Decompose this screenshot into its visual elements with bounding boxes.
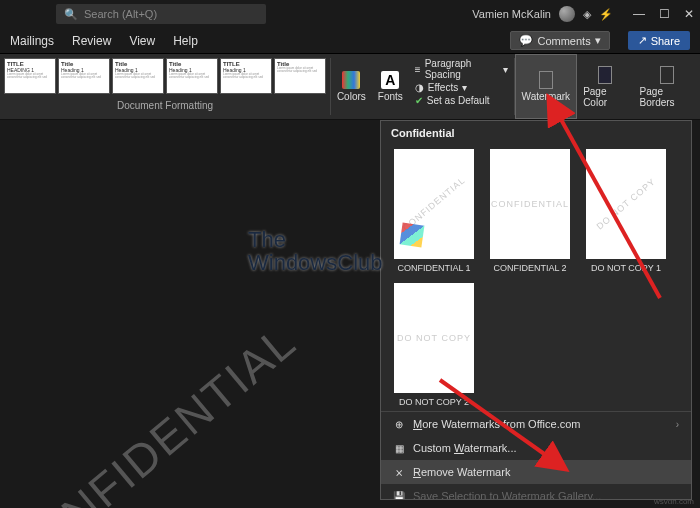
para-spacing-icon: ≡ [415, 64, 421, 75]
globe-icon: ⊕ [393, 418, 405, 430]
maximize-button[interactable]: ☐ [659, 7, 670, 21]
ribbon: TITLEHEADING 1Lorem ipsum dolor sit amet… [0, 54, 700, 120]
bolt-icon[interactable]: ⚡ [599, 8, 613, 21]
fonts-label: Fonts [378, 91, 403, 102]
tab-help[interactable]: Help [173, 34, 198, 48]
fonts-button[interactable]: A Fonts [372, 54, 409, 119]
page-borders-label: Page Borders [640, 86, 694, 108]
remove-icon: ⨯ [393, 466, 405, 478]
user-area[interactable]: Vamien McKalin ◈ ⚡ — ☐ ✕ [472, 6, 694, 22]
effects-icon: ◑ [415, 82, 424, 93]
close-button[interactable]: ✕ [684, 7, 694, 21]
style-thumb[interactable]: TITLEHeading 1Lorem ipsum dolor sit amet… [220, 58, 272, 94]
page-borders-icon [660, 66, 674, 84]
logo-square-icon [399, 223, 424, 248]
watermark-flyout: Confidential CONFIDENTIALCONFIDENTIAL 1C… [380, 120, 692, 500]
ribbon-tabs: Mailings Review View Help 💬 Comments ▾ ↗… [0, 28, 700, 54]
document-watermark: CONFIDENTIAL [0, 314, 306, 508]
document-canvas[interactable]: CONFIDENTIAL [0, 120, 380, 508]
chevron-right-icon: › [676, 419, 679, 430]
watermark-label: Watermark [522, 91, 571, 102]
tab-review[interactable]: Review [72, 34, 111, 48]
style-gallery[interactable]: TITLEHEADING 1Lorem ipsum dolor sit amet… [0, 54, 330, 119]
save-icon: 💾 [393, 490, 405, 500]
tab-view[interactable]: View [129, 34, 155, 48]
style-thumb[interactable]: TitleHeading 1Lorem ipsum dolor sit amet… [58, 58, 110, 94]
style-thumb[interactable]: TitleLorem ipsum dolor sit amet consecte… [274, 58, 326, 94]
more-watermarks-item[interactable]: ⊕ More Watermarks from Office.com › [381, 412, 691, 436]
title-bar: 🔍 Search (Alt+Q) Vamien McKalin ◈ ⚡ — ☐ … [0, 0, 700, 28]
chevron-down-icon: ▾ [503, 64, 508, 75]
group-label-doc-formatting: Document Formatting [4, 100, 326, 111]
watermark-button[interactable]: Watermark [515, 54, 578, 119]
style-thumb[interactable]: TITLEHEADING 1Lorem ipsum dolor sit amet… [4, 58, 56, 94]
minimize-button[interactable]: — [633, 7, 645, 21]
colors-icon [342, 71, 360, 89]
fonts-icon: A [381, 71, 399, 89]
watermark-icon [539, 71, 553, 89]
custom-icon: ▦ [393, 442, 405, 454]
search-placeholder: Search (Alt+Q) [84, 8, 157, 20]
colors-label: Colors [337, 91, 366, 102]
watermark-preset[interactable]: CONFIDENTIALCONFIDENTIAL 1 [391, 149, 477, 273]
watermark-preset[interactable]: DO NOT COPYDO NOT COPY 2 [391, 283, 477, 407]
chevron-down-icon: ▾ [462, 82, 467, 93]
share-label: Share [651, 35, 680, 47]
effects-button[interactable]: ◑Effects ▾ [415, 82, 508, 93]
page-borders-button[interactable]: Page Borders [634, 54, 700, 119]
save-selection-item: 💾 Save Selection to Watermark Gallery... [381, 484, 691, 500]
watermark-preset[interactable]: CONFIDENTIALCONFIDENTIAL 2 [487, 149, 573, 273]
tab-mailings[interactable]: Mailings [10, 34, 54, 48]
page-color-label: Page Color [583, 86, 627, 108]
flyout-section-header: Confidential [381, 121, 691, 145]
share-icon: ↗ [638, 34, 647, 47]
search-input[interactable]: 🔍 Search (Alt+Q) [56, 4, 266, 24]
paragraph-group: ≡Paragraph Spacing ▾ ◑Effects ▾ ✔Set as … [409, 54, 514, 119]
comment-icon: 💬 [519, 34, 533, 47]
username-label: Vamien McKalin [472, 8, 551, 20]
paragraph-spacing-button[interactable]: ≡Paragraph Spacing ▾ [415, 58, 508, 80]
remove-watermark-item[interactable]: ⨯ Remove Watermark [381, 460, 691, 484]
overlay-logo: The WindowsClub [248, 228, 383, 274]
chevron-down-icon: ▾ [595, 34, 601, 47]
comments-button[interactable]: 💬 Comments ▾ [510, 31, 609, 50]
page-color-icon [598, 66, 612, 84]
diamond-icon[interactable]: ◈ [583, 8, 591, 21]
comments-label: Comments [537, 35, 590, 47]
avatar [559, 6, 575, 22]
search-icon: 🔍 [64, 8, 78, 21]
colors-button[interactable]: Colors [331, 54, 372, 119]
save-sel-label: Save Selection to Watermark Gallery... [413, 490, 601, 500]
watermark-preset[interactable]: DO NOT COPYDO NOT COPY 1 [583, 149, 669, 273]
share-button[interactable]: ↗ Share [628, 31, 690, 50]
set-default-button[interactable]: ✔Set as Default [415, 95, 508, 106]
page-color-button[interactable]: Page Color [577, 54, 633, 119]
checkmark-icon: ✔ [415, 95, 423, 106]
attribution: wsvdn.com [654, 497, 694, 506]
style-thumb[interactable]: TitleHeading 1Lorem ipsum dolor sit amet… [166, 58, 218, 94]
custom-watermark-item[interactable]: ▦ Custom Watermark... [381, 436, 691, 460]
more-label: ore Watermarks from Office.com [422, 418, 580, 430]
style-thumb[interactable]: TitleHeading 1Lorem ipsum dolor sit amet… [112, 58, 164, 94]
